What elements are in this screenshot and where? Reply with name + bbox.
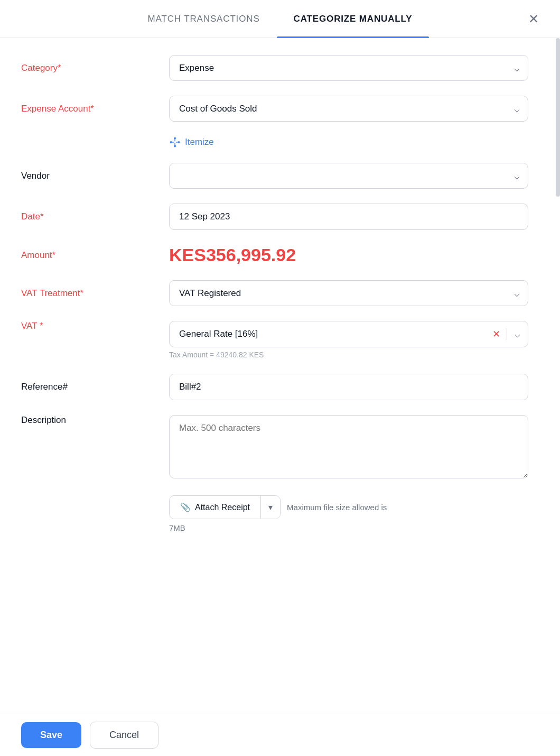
file-size-value: 7MB [21,523,528,532]
description-label: Description [21,415,169,426]
vendor-row: Vendor ⌵ [21,163,528,189]
vat-field: ✕ ⌵ Tax Amount = 49240.82 KES [169,321,528,359]
vat-clear-button[interactable]: ✕ [486,328,507,340]
attach-receipt-button[interactable]: 📎 Attach Receipt [170,496,261,519]
category-field: Expense ⌵ [169,55,528,81]
scrollbar[interactable] [556,38,560,197]
itemize-link[interactable]: Itemize [169,136,214,148]
attach-receipt-dropdown-button[interactable]: ▾ [261,496,280,519]
vat-treatment-field: VAT Registered ⌵ [169,280,528,306]
vat-row: VAT * ✕ ⌵ Tax Amount = 49240.82 KES [21,321,528,359]
vat-input[interactable] [170,321,486,347]
expense-account-label: Expense Account* [21,104,169,114]
itemize-icon [169,136,181,148]
date-row: Date* [21,204,528,230]
expense-account-select-wrapper: Cost of Goods Sold ⌵ [169,96,528,122]
svg-rect-2 [178,141,180,143]
amount-label: Amount* [21,250,169,261]
reference-input[interactable] [169,374,528,400]
reference-label: Reference# [21,382,169,392]
description-textarea[interactable] [169,415,528,478]
amount-field: KES356,995.92 [169,245,528,265]
vat-treatment-label: VAT Treatment* [21,288,169,299]
vendor-select-wrapper: ⌵ [169,163,528,189]
paperclip-icon: 📎 [180,502,191,512]
itemize-label: Itemize [185,137,214,147]
attach-receipt-group: 📎 Attach Receipt ▾ [169,495,281,519]
tab-categorize-manually[interactable]: CATEGORIZE MANUALLY [277,0,430,38]
tab-match-transactions[interactable]: MATCH TRANSACTIONS [131,0,277,38]
vendor-select[interactable] [169,163,528,189]
vat-treatment-select[interactable]: VAT Registered [169,280,528,306]
amount-value: KES356,995.92 [169,245,296,265]
description-row: Description [21,415,528,481]
category-select[interactable]: Expense [169,55,528,81]
cancel-button[interactable]: Cancel [90,722,158,749]
form-container: Category* Expense ⌵ Expense Account* Cos… [0,38,560,564]
category-select-wrapper: Expense ⌵ [169,55,528,81]
svg-rect-0 [174,137,176,140]
tax-amount-note: Tax Amount = 49240.82 KES [169,351,528,359]
vat-treatment-select-wrapper: VAT Registered ⌵ [169,280,528,306]
svg-rect-1 [170,141,172,143]
expense-account-select[interactable]: Cost of Goods Sold [169,96,528,122]
description-field [169,415,528,481]
attach-receipt-label: Attach Receipt [195,503,250,512]
itemize-row: Itemize [21,136,528,148]
vendor-label: Vendor [21,171,169,181]
category-label: Category* [21,63,169,73]
reference-row: Reference# [21,374,528,400]
reference-field [169,374,528,400]
tabs-bar: MATCH TRANSACTIONS CATEGORIZE MANUALLY ✕ [0,0,560,38]
save-button[interactable]: Save [21,722,81,748]
amount-row: Amount* KES356,995.92 [21,245,528,265]
category-row: Category* Expense ⌵ [21,55,528,81]
date-field [169,204,528,230]
attach-dropdown-chevron-icon: ▾ [268,503,273,512]
vendor-field: ⌵ [169,163,528,189]
vat-label: VAT * [21,321,169,331]
attach-receipt-row: 📎 Attach Receipt ▾ Maximum file size all… [21,495,528,519]
footer: Save Cancel [0,714,560,756]
file-size-note: Maximum file size allowed is [287,503,387,512]
svg-rect-3 [174,145,176,147]
vat-select-wrapper: ✕ ⌵ [169,321,528,347]
expense-account-field: Cost of Goods Sold ⌵ [169,96,528,122]
vat-treatment-row: VAT Treatment* VAT Registered ⌵ [21,280,528,306]
vat-chevron-button[interactable]: ⌵ [507,328,528,340]
expense-account-row: Expense Account* Cost of Goods Sold ⌵ [21,96,528,122]
date-label: Date* [21,211,169,222]
date-input[interactable] [169,204,528,230]
close-button[interactable]: ✕ [528,13,539,25]
